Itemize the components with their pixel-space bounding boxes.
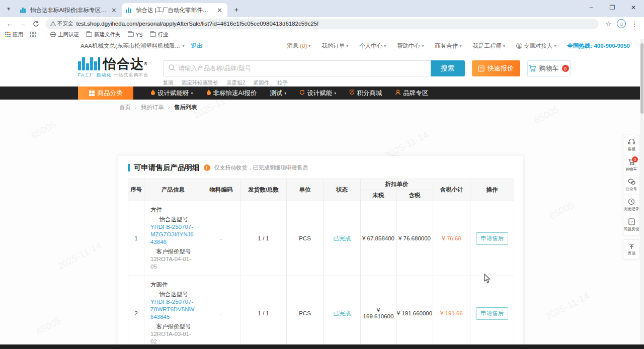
nav-item-points-mall[interactable]: 积分商城 — [349, 89, 382, 98]
window-maximize-button[interactable]: ❐ — [602, 0, 623, 15]
tab-close-icon[interactable]: ✕ — [110, 7, 118, 14]
quote-label: 客户报价型号 — [150, 248, 197, 255]
profile-avatar-icon[interactable]: ☺ — [617, 19, 626, 28]
back-to-top-button[interactable]: 置顶 — [623, 240, 639, 259]
cart-float-button[interactable]: 0 购物车 — [623, 155, 639, 175]
utility-bar: AAA机械文总(东莞市松湖塑料机械股... ▾ 退出 消息 (0) ▾ 我的订单… — [0, 39, 644, 52]
bookmark-folder-ys[interactable]: YS — [128, 32, 143, 38]
forward-icon[interactable]: → — [17, 18, 28, 29]
quote-label: 客户报价型号 — [150, 323, 197, 330]
col-unit: 单位 — [287, 179, 324, 201]
hotword-link[interactable]: 复测 — [163, 79, 174, 86]
float-label: 客服 — [627, 147, 635, 152]
aftersale-card: 可申请售后产品明细 ! 仅支持待收货，已完成明细项申请售后 序号 产品信息 物料… — [118, 156, 523, 344]
hotword-link[interactable]: 固定环钜惠降价 — [182, 79, 219, 86]
site-logo[interactable]: 怡合达® FA工厂 自动化一站式采购平台 — [78, 57, 149, 78]
globe-icon — [50, 32, 56, 37]
product-model-link[interactable]: YHDFB-250707-Z8WRT6DV5NW643845 — [150, 298, 197, 321]
tab-search-chevron-icon[interactable]: ▾ — [2, 2, 15, 15]
search-button[interactable]: 搜索 — [431, 60, 465, 76]
cell-material: - — [202, 276, 240, 345]
browse-history-button[interactable]: 浏览记录 — [623, 195, 639, 215]
search-icon — [169, 64, 175, 73]
nav-item-design-empower-ya[interactable]: 设计赋能呀 ▾ — [150, 89, 193, 98]
dedicated-contact-menu[interactable]: 专属对接人 ▾ — [516, 42, 556, 50]
browser-menu-icon[interactable]: ⋮ — [629, 18, 640, 29]
account-menu[interactable]: AAA机械文总(东莞市松湖塑料机械股... ▾ 退出 — [80, 42, 202, 50]
cart-icon — [529, 65, 536, 72]
col-action: 操作 — [470, 179, 514, 201]
taskbar — [0, 344, 644, 349]
hotline: 全国热线: 400-900-9050 — [567, 42, 630, 50]
breadcrumb-home[interactable]: 首页 — [119, 104, 131, 111]
site-header: 怡合达® FA工厂 自动化一站式采购平台 搜索 复测 固定环钜惠降价 吴彦祖2 — [0, 52, 644, 86]
wechat-official-button[interactable]: 公众号 — [623, 175, 639, 195]
page-content: 65005 2025-11-14 65005 2025-11-14 65005 … — [0, 39, 644, 344]
apply-aftersale-button[interactable]: 申请售后 — [476, 232, 508, 245]
grid-icon — [89, 91, 95, 96]
back-icon[interactable]: ← — [4, 18, 15, 29]
hotword-link[interactable]: 紧固件 — [253, 79, 269, 86]
cell-untaxed: ¥ 67.858400 — [361, 201, 396, 276]
reload-icon[interactable] — [30, 18, 41, 29]
person-icon — [516, 43, 522, 49]
page-scrollbar[interactable] — [640, 39, 644, 344]
bookmark-item-auth[interactable]: 上网认证 — [50, 31, 79, 38]
browser-tab-1[interactable]: 怡合达非标AI报价|非标专区-非标 ✕ — [16, 3, 122, 17]
cart-button[interactable]: 购物车 0 — [527, 60, 571, 76]
reading-list-icon[interactable] — [30, 32, 36, 37]
catalog-button[interactable]: 商品分类 — [78, 86, 133, 100]
engineer-menu[interactable]: 我是工程师 ▾ — [472, 42, 505, 50]
apply-aftersale-button[interactable]: 申请售后 — [476, 307, 508, 320]
hotword-link[interactable]: 吴彦祖2 — [226, 79, 245, 86]
my-orders-menu[interactable]: 我的订单 ▾ — [321, 42, 348, 50]
address-bar[interactable]: 不安全 test.shop.dgyiheda.com/personal/appl… — [45, 19, 599, 29]
table-row: 1 方件 怡合达型号 YHDFB-250707-MZGZO3I8YNJ64384… — [128, 201, 514, 276]
help-center-menu[interactable]: 帮助中心 ▾ — [397, 42, 424, 50]
window-minimize-button[interactable]: – — [581, 0, 602, 15]
feedback-button[interactable]: ? 问题反馈 — [623, 215, 639, 235]
chevron-down-icon: ▾ — [554, 44, 556, 48]
col-qty: 发货数/总数 — [240, 179, 287, 201]
refresh-circle-icon — [299, 90, 305, 97]
status-badge: 已完成 — [324, 276, 361, 345]
product-model-link[interactable]: YHDFB-250707-MZGZO3I8YNJ643846 — [150, 223, 197, 246]
model-label: 怡合达型号 — [150, 291, 197, 298]
business-coop-menu[interactable]: 商务合作 ▾ — [435, 42, 461, 50]
new-tab-button[interactable]: + — [230, 3, 243, 15]
chevron-down-icon: ▾ — [346, 44, 348, 48]
browser-tab-2[interactable]: 怡合达 |工厂自动化零部件一站式 ✕ — [122, 3, 227, 17]
bookmark-folder-newfolder[interactable]: 新建文件夹 — [86, 31, 121, 38]
breadcrumb-my-orders[interactable]: 我的订单 — [141, 104, 164, 111]
bookmark-star-icon[interactable]: ☆ — [603, 18, 614, 29]
apps-shortcut[interactable]: 应用 — [5, 31, 23, 38]
bookmark-folder-industry[interactable]: 行业 — [150, 31, 169, 38]
nav-item-brand-zone[interactable]: 品牌专区 — [395, 89, 428, 98]
search-box[interactable] — [163, 60, 431, 76]
menu-label: 我是工程师 — [472, 42, 502, 50]
logo-mark-icon — [78, 57, 100, 70]
tab-close-icon[interactable]: ✕ — [216, 7, 223, 14]
cell-material: - — [202, 201, 240, 276]
calculator-icon — [478, 65, 485, 72]
customer-service-button[interactable]: 客服 — [623, 135, 639, 155]
quote-code: 12ROTA-04-01-05 — [150, 255, 197, 271]
medal-icon — [349, 90, 355, 97]
url-text[interactable]: test.shop.dgyiheda.com/personal/applyAft… — [76, 21, 319, 27]
search-input[interactable] — [179, 65, 426, 72]
nav-item-test[interactable]: 测试 ▾ — [270, 89, 286, 98]
tab-title: 怡合达非标AI报价|非标专区-非标 — [30, 7, 107, 14]
logout-link[interactable]: 退出 — [191, 42, 202, 50]
scrollbar-thumb[interactable] — [640, 43, 643, 114]
browser-toolbar: ← → 不安全 test.shop.dgyiheda.com/personal/… — [0, 17, 644, 30]
window-close-button[interactable]: ✕ — [623, 0, 644, 15]
hotword-link[interactable]: 拉手 — [277, 79, 288, 86]
nav-item-ai-quote[interactable]: 非标怡速AI报价 — [206, 89, 257, 98]
messages-menu[interactable]: 消息 (0) ▾ — [287, 42, 310, 50]
not-secure-warning[interactable]: 不安全 — [50, 20, 73, 27]
personal-center-menu[interactable]: 个人中心 ▾ — [359, 42, 386, 50]
nav-item-design-empower[interactable]: 设计赋能 ▾ — [299, 89, 336, 98]
menu-label: 帮助中心 — [397, 42, 420, 50]
nav-label: 设计赋能呀 — [157, 89, 189, 98]
quick-quote-button[interactable]: 快速报价 — [472, 60, 520, 76]
